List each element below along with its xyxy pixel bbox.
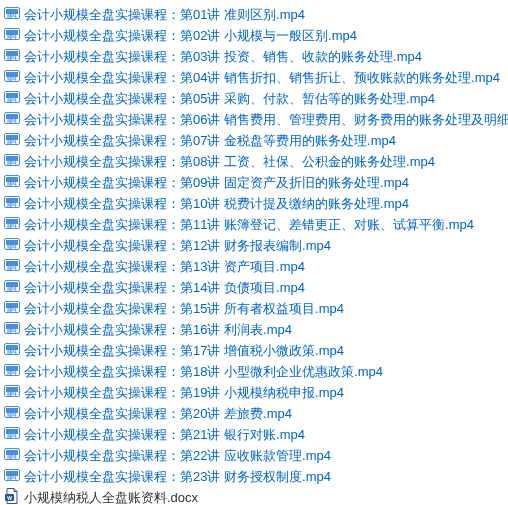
file-row[interactable]: MP4会计小规模全盘实操课程：第20讲 差旅费.mp4 xyxy=(2,403,508,424)
file-name: 会计小规模全盘实操课程：第04讲 销售折扣、销售折让、预收账款的账务处理.mp4 xyxy=(24,69,500,87)
file-name: 会计小规模全盘实操课程：第11讲 账簿登记、差错更正、对账、试算平衡.mp4 xyxy=(24,216,474,234)
file-row[interactable]: MP4会计小规模全盘实操课程：第21讲 银行对账.mp4 xyxy=(2,424,508,445)
file-list: MP4会计小规模全盘实操课程：第01讲 准则区别.mp4MP4会计小规模全盘实操… xyxy=(2,4,508,505)
file-row[interactable]: MP4会计小规模全盘实操课程：第03讲 投资、销售、收款的账务处理.mp4 xyxy=(2,46,508,67)
svg-text:MP4: MP4 xyxy=(7,161,17,166)
mp4-icon: MP4 xyxy=(2,26,24,45)
svg-text:MP4: MP4 xyxy=(7,434,17,439)
file-row[interactable]: MP4会计小规模全盘实操课程：第17讲 增值税小微政策.mp4 xyxy=(2,340,508,361)
file-name: 会计小规模全盘实操课程：第12讲 财务报表编制.mp4 xyxy=(24,237,331,255)
file-row[interactable]: MP4会计小规模全盘实操课程：第16讲 利润表.mp4 xyxy=(2,319,508,340)
file-name: 会计小规模全盘实操课程：第05讲 采购、付款、暂估等的账务处理.mp4 xyxy=(24,90,435,108)
file-row[interactable]: MP4会计小规模全盘实操课程：第15讲 所有者权益项目.mp4 xyxy=(2,298,508,319)
file-name: 会计小规模全盘实操课程：第10讲 税费计提及缴纳的账务处理.mp4 xyxy=(24,195,409,213)
svg-text:MP4: MP4 xyxy=(7,35,17,40)
mp4-icon: MP4 xyxy=(2,320,24,339)
mp4-icon: MP4 xyxy=(2,68,24,87)
mp4-icon: MP4 xyxy=(2,5,24,24)
file-row[interactable]: MP4会计小规模全盘实操课程：第18讲 小型微利企业优惠政策.mp4 xyxy=(2,361,508,382)
file-row[interactable]: MP4会计小规模全盘实操课程：第12讲 财务报表编制.mp4 xyxy=(2,235,508,256)
file-name: 会计小规模全盘实操课程：第01讲 准则区别.mp4 xyxy=(24,6,305,24)
svg-text:MP4: MP4 xyxy=(7,266,17,271)
file-name: 会计小规模全盘实操课程：第17讲 增值税小微政策.mp4 xyxy=(24,342,344,360)
file-row[interactable]: MP4会计小规模全盘实操课程：第08讲 工资、社保、公积金的账务处理.mp4 xyxy=(2,151,508,172)
mp4-icon: MP4 xyxy=(2,152,24,171)
mp4-icon: MP4 xyxy=(2,257,24,276)
svg-text:MP4: MP4 xyxy=(7,371,17,376)
svg-text:MP4: MP4 xyxy=(7,308,17,313)
mp4-icon: MP4 xyxy=(2,404,24,423)
file-name: 会计小规模全盘实操课程：第15讲 所有者权益项目.mp4 xyxy=(24,300,344,318)
svg-text:MP4: MP4 xyxy=(7,224,17,229)
svg-text:MP4: MP4 xyxy=(7,14,17,19)
mp4-icon: MP4 xyxy=(2,362,24,381)
file-name: 会计小规模全盘实操课程：第07讲 金税盘等费用的账务处理.mp4 xyxy=(24,132,396,150)
file-name: 会计小规模全盘实操课程：第21讲 银行对账.mp4 xyxy=(24,426,305,444)
file-name: 会计小规模全盘实操课程：第19讲 小规模纳税申报.mp4 xyxy=(24,384,344,402)
file-row[interactable]: W小规模纳税人全盘账资料.docx xyxy=(2,487,508,505)
file-row[interactable]: MP4会计小规模全盘实操课程：第22讲 应收账款管理.mp4 xyxy=(2,445,508,466)
svg-text:MP4: MP4 xyxy=(7,203,17,208)
mp4-icon: MP4 xyxy=(2,236,24,255)
mp4-icon: MP4 xyxy=(2,383,24,402)
mp4-icon: MP4 xyxy=(2,215,24,234)
file-name: 小规模纳税人全盘账资料.docx xyxy=(24,489,198,506)
file-row[interactable]: MP4会计小规模全盘实操课程：第05讲 采购、付款、暂估等的账务处理.mp4 xyxy=(2,88,508,109)
svg-text:MP4: MP4 xyxy=(7,476,17,481)
mp4-icon: MP4 xyxy=(2,131,24,150)
mp4-icon: MP4 xyxy=(2,425,24,444)
svg-text:MP4: MP4 xyxy=(7,329,17,334)
mp4-icon: MP4 xyxy=(2,446,24,465)
svg-text:MP4: MP4 xyxy=(7,350,17,355)
file-name: 会计小规模全盘实操课程：第13讲 资产项目.mp4 xyxy=(24,258,305,276)
svg-text:MP4: MP4 xyxy=(7,455,17,460)
file-name: 会计小规模全盘实操课程：第18讲 小型微利企业优惠政策.mp4 xyxy=(24,363,383,381)
svg-text:MP4: MP4 xyxy=(7,77,17,82)
file-row[interactable]: MP4会计小规模全盘实操课程：第23讲 财务授权制度.mp4 xyxy=(2,466,508,487)
mp4-icon: MP4 xyxy=(2,299,24,318)
file-name: 会计小规模全盘实操课程：第14讲 负债项目.mp4 xyxy=(24,279,305,297)
svg-text:MP4: MP4 xyxy=(7,182,17,187)
svg-text:MP4: MP4 xyxy=(7,56,17,61)
file-row[interactable]: MP4会计小规模全盘实操课程：第13讲 资产项目.mp4 xyxy=(2,256,508,277)
file-name: 会计小规模全盘实操课程：第23讲 财务授权制度.mp4 xyxy=(24,468,331,486)
file-row[interactable]: MP4会计小规模全盘实操课程：第09讲 固定资产及折旧的账务处理.mp4 xyxy=(2,172,508,193)
file-name: 会计小规模全盘实操课程：第09讲 固定资产及折旧的账务处理.mp4 xyxy=(24,174,409,192)
file-row[interactable]: MP4会计小规模全盘实操课程：第01讲 准则区别.mp4 xyxy=(2,4,508,25)
mp4-icon: MP4 xyxy=(2,341,24,360)
svg-text:MP4: MP4 xyxy=(7,287,17,292)
docx-icon: W xyxy=(2,488,24,505)
file-row[interactable]: MP4会计小规模全盘实操课程：第11讲 账簿登记、差错更正、对账、试算平衡.mp… xyxy=(2,214,508,235)
file-row[interactable]: MP4会计小规模全盘实操课程：第19讲 小规模纳税申报.mp4 xyxy=(2,382,508,403)
mp4-icon: MP4 xyxy=(2,173,24,192)
svg-text:MP4: MP4 xyxy=(7,98,17,103)
file-row[interactable]: MP4会计小规模全盘实操课程：第02讲 小规模与一般区别.mp4 xyxy=(2,25,508,46)
mp4-icon: MP4 xyxy=(2,194,24,213)
svg-text:MP4: MP4 xyxy=(7,119,17,124)
file-row[interactable]: MP4会计小规模全盘实操课程：第07讲 金税盘等费用的账务处理.mp4 xyxy=(2,130,508,151)
file-name: 会计小规模全盘实操课程：第06讲 销售费用、管理费用、财务费用的账务处理及明细.… xyxy=(24,111,508,129)
file-name: 会计小规模全盘实操课程：第02讲 小规模与一般区别.mp4 xyxy=(24,27,357,45)
svg-text:MP4: MP4 xyxy=(7,413,17,418)
file-name: 会计小规模全盘实操课程：第03讲 投资、销售、收款的账务处理.mp4 xyxy=(24,48,422,66)
mp4-icon: MP4 xyxy=(2,89,24,108)
file-name: 会计小规模全盘实操课程：第16讲 利润表.mp4 xyxy=(24,321,292,339)
svg-text:W: W xyxy=(7,495,12,501)
svg-text:MP4: MP4 xyxy=(7,392,17,397)
mp4-icon: MP4 xyxy=(2,110,24,129)
file-row[interactable]: MP4会计小规模全盘实操课程：第06讲 销售费用、管理费用、财务费用的账务处理及… xyxy=(2,109,508,130)
mp4-icon: MP4 xyxy=(2,467,24,486)
file-row[interactable]: MP4会计小规模全盘实操课程：第14讲 负债项目.mp4 xyxy=(2,277,508,298)
mp4-icon: MP4 xyxy=(2,278,24,297)
file-row[interactable]: MP4会计小规模全盘实操课程：第10讲 税费计提及缴纳的账务处理.mp4 xyxy=(2,193,508,214)
file-name: 会计小规模全盘实操课程：第08讲 工资、社保、公积金的账务处理.mp4 xyxy=(24,153,435,171)
svg-text:MP4: MP4 xyxy=(7,245,17,250)
mp4-icon: MP4 xyxy=(2,47,24,66)
file-row[interactable]: MP4会计小规模全盘实操课程：第04讲 销售折扣、销售折让、预收账款的账务处理.… xyxy=(2,67,508,88)
svg-text:MP4: MP4 xyxy=(7,140,17,145)
file-name: 会计小规模全盘实操课程：第22讲 应收账款管理.mp4 xyxy=(24,447,331,465)
file-name: 会计小规模全盘实操课程：第20讲 差旅费.mp4 xyxy=(24,405,292,423)
